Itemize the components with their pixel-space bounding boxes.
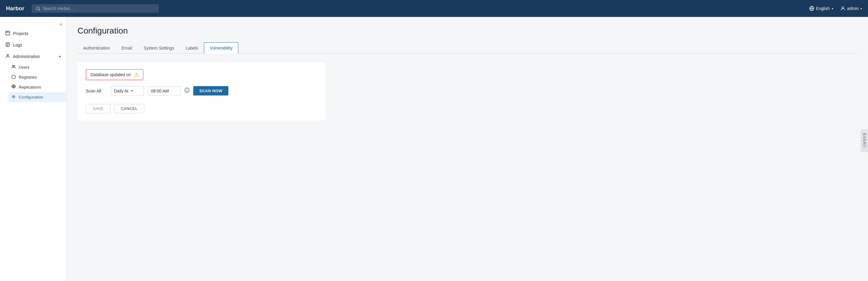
sidebar-section-administration[interactable]: Administration ▾ bbox=[0, 51, 66, 62]
projects-icon bbox=[5, 31, 10, 36]
tab-vulnerability[interactable]: Vulnerability bbox=[204, 42, 238, 54]
sidebar-item-replications[interactable]: Replications bbox=[8, 82, 66, 92]
scan-all-label: Scan All bbox=[86, 89, 107, 93]
tab-authentication[interactable]: Authentication bbox=[78, 42, 116, 54]
svg-text:i: i bbox=[187, 89, 187, 92]
scan-now-button[interactable]: SCAN NOW bbox=[193, 86, 228, 96]
action-row: SAVE CANCEL bbox=[86, 104, 317, 113]
language-chevron: ▾ bbox=[832, 7, 833, 10]
svg-point-13 bbox=[7, 55, 8, 56]
user-icon bbox=[840, 6, 845, 11]
tab-system-settings[interactable]: System Settings bbox=[138, 42, 180, 54]
sidebar-item-label-logs: Logs bbox=[13, 43, 22, 47]
sidebar-item-label-configuration: Configuration bbox=[19, 95, 43, 99]
sidebar-collapse[interactable]: « bbox=[0, 19, 66, 28]
administration-chevron: ▾ bbox=[59, 55, 61, 59]
svg-point-15 bbox=[14, 66, 15, 67]
administration-icon bbox=[5, 54, 10, 59]
search-box[interactable] bbox=[32, 4, 159, 13]
registries-icon bbox=[11, 75, 16, 80]
db-updated-label: Database updated on bbox=[90, 72, 131, 77]
tab-labels[interactable]: Labels bbox=[180, 42, 204, 54]
svg-rect-6 bbox=[6, 31, 10, 35]
user-button[interactable]: admin ▾ bbox=[840, 6, 862, 11]
top-nav: Harbor English ▾ admin ▾ bbox=[0, 0, 868, 17]
language-button[interactable]: English ▾ bbox=[809, 6, 833, 11]
sidebar-item-label-replications: Replications bbox=[19, 85, 41, 90]
tab-email[interactable]: Email bbox=[116, 42, 138, 54]
sidebar-section-label-administration: Administration bbox=[13, 54, 40, 59]
cancel-button[interactable]: CANCEL bbox=[114, 104, 145, 113]
language-label: English bbox=[816, 6, 830, 11]
sidebar-item-registries[interactable]: Registries bbox=[8, 72, 66, 82]
info-icon[interactable]: i bbox=[185, 87, 190, 94]
warning-icon: ⚠ bbox=[134, 72, 139, 77]
search-icon bbox=[36, 6, 40, 11]
search-input[interactable] bbox=[43, 6, 155, 11]
user-chevron: ▾ bbox=[861, 7, 862, 10]
main-content: Configuration Authentication Email Syste… bbox=[66, 17, 868, 281]
svg-marker-16 bbox=[12, 75, 16, 79]
config-tabs: Authentication Email System Settings Lab… bbox=[78, 42, 857, 54]
sidebar-item-users[interactable]: Users bbox=[8, 62, 66, 72]
vulnerability-panel: Database updated on ⚠ Scan All Daily At … bbox=[78, 62, 326, 120]
app-body: « Projects Logs bbox=[0, 17, 868, 281]
users-icon bbox=[11, 65, 16, 70]
sidebar-item-logs[interactable]: Logs bbox=[0, 39, 66, 51]
logs-icon bbox=[5, 42, 10, 48]
sidebar-sub-administration: Users Registries bbox=[0, 62, 66, 102]
sidebar-item-label-projects: Projects bbox=[13, 31, 28, 36]
collapse-button[interactable]: « bbox=[60, 22, 62, 27]
svg-point-19 bbox=[13, 96, 14, 97]
sidebar-item-label-registries: Registries bbox=[19, 75, 37, 79]
svg-point-14 bbox=[12, 65, 13, 67]
globe-icon bbox=[809, 6, 814, 11]
sidebar-item-label-users: Users bbox=[19, 65, 29, 70]
db-updated-box: Database updated on ⚠ bbox=[86, 69, 143, 80]
svg-line-1 bbox=[39, 9, 40, 10]
replications-icon bbox=[11, 84, 16, 90]
schedule-select[interactable]: Daily At ▾ bbox=[111, 86, 144, 96]
sidebar: « Projects Logs bbox=[0, 17, 66, 281]
schedule-chevron: ▾ bbox=[131, 89, 133, 93]
top-nav-right: English ▾ admin ▾ bbox=[809, 6, 862, 11]
page-title: Configuration bbox=[78, 26, 857, 36]
user-label: admin bbox=[847, 6, 859, 11]
sidebar-item-configuration[interactable]: Configuration bbox=[8, 92, 66, 102]
configuration-icon bbox=[11, 95, 16, 100]
event-tab[interactable]: EVENT bbox=[861, 129, 868, 152]
time-input[interactable] bbox=[148, 86, 181, 96]
save-button[interactable]: SAVE bbox=[86, 104, 111, 113]
schedule-value: Daily At bbox=[114, 89, 128, 93]
sidebar-item-projects[interactable]: Projects bbox=[0, 28, 66, 39]
scan-row: Scan All Daily At ▾ i SCAN NOW bbox=[86, 86, 317, 96]
brand-logo: Harbor bbox=[6, 5, 25, 12]
